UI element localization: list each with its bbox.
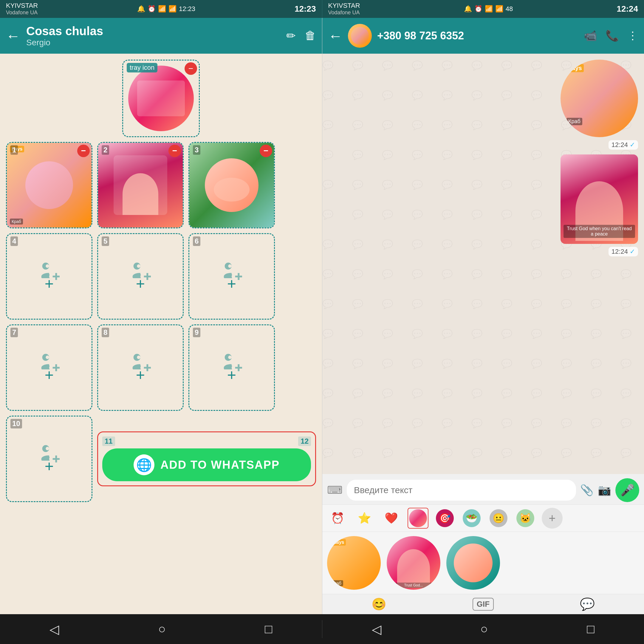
remove-button-2[interactable]: − bbox=[168, 145, 181, 157]
message-input[interactable] bbox=[347, 480, 576, 501]
status-bar-right: KYIVSTAR Vodafone UA 🔔 ⏰ 📶 📶 48 12:24 bbox=[322, 0, 644, 18]
sticker-cell-2[interactable]: 2 − bbox=[97, 142, 184, 228]
back-nav-button-left[interactable]: ◁ bbox=[49, 622, 59, 637]
add-placeholder-10: + bbox=[7, 417, 92, 501]
video-call-icon[interactable]: 📹 bbox=[584, 30, 597, 42]
home-nav-button-right[interactable]: ○ bbox=[480, 622, 488, 636]
recents-nav-button-left[interactable]: □ bbox=[265, 622, 272, 636]
sticker-cell-5[interactable]: 5 + bbox=[97, 233, 184, 320]
received-stickers-top: Lays Краб 12:24 ✓ bbox=[561, 60, 638, 150]
add-placeholder-4: + bbox=[7, 234, 92, 319]
status-icons-left: 🔔 ⏰ 📶 📶 12:23 bbox=[137, 5, 195, 13]
tray-sticker-2[interactable]: Trust God... bbox=[387, 536, 440, 590]
sticker-cell-7[interactable]: 7 + bbox=[6, 324, 92, 411]
cell-number-4: 4 bbox=[10, 236, 18, 246]
tray-sticker-cell[interactable]: tray icon − bbox=[122, 60, 200, 137]
battery-left: 12:23 bbox=[179, 5, 195, 13]
tray-sticker-row: tray icon − bbox=[6, 60, 316, 137]
back-button-left[interactable]: ← bbox=[6, 28, 20, 44]
back-button-right[interactable]: ← bbox=[328, 28, 343, 44]
back-nav-button-right[interactable]: ◁ bbox=[372, 622, 381, 637]
gif-button[interactable]: GIF bbox=[473, 598, 494, 611]
tray-sticker-3[interactable] bbox=[446, 536, 500, 590]
notification-icon-right: 🔔 bbox=[464, 5, 472, 13]
add-whatsapp-label: ADD TO WHATSAPP bbox=[160, 459, 280, 471]
avatar-image bbox=[348, 24, 372, 48]
cell-number-5: 5 bbox=[102, 236, 109, 246]
sticker-row-4: 10 + 11 12 🌐 ADD TO WHATSAPP bbox=[6, 416, 316, 502]
picker-pack-4-tab[interactable]: 😐 bbox=[488, 508, 509, 529]
sticker-cell-10[interactable]: 10 + bbox=[6, 416, 92, 502]
picker-heart-icon[interactable]: ❤️ bbox=[381, 508, 402, 529]
sticker-tray: Lays Краб Trust God... bbox=[322, 532, 644, 594]
sticker-cell-1[interactable]: 1 − Lays Краб bbox=[6, 142, 92, 228]
phone-call-icon[interactable]: 📞 bbox=[606, 30, 619, 42]
nav-bar-right: ◁ ○ □ bbox=[322, 622, 644, 637]
wifi-icon-right: 📶 bbox=[485, 5, 493, 13]
remove-tray-button[interactable]: − bbox=[185, 62, 197, 75]
right-header-actions: 📹 📞 ⋮ bbox=[584, 30, 638, 42]
left-panel: ← Cosas chulas Sergio ✏ 🗑 tray icon − bbox=[0, 18, 322, 614]
pack-title: Cosas chulas bbox=[26, 24, 280, 38]
tray-sticker-1[interactable]: Lays Краб bbox=[327, 536, 381, 590]
picker-star-icon[interactable]: ⭐ bbox=[354, 508, 375, 529]
sticker-cell-8[interactable]: 8 + bbox=[97, 324, 184, 411]
sticker-cell-3[interactable]: 3 − bbox=[188, 142, 275, 228]
tick-1: ✓ bbox=[630, 141, 635, 148]
battery-right: 48 bbox=[506, 5, 513, 13]
picker-add-pack[interactable]: + bbox=[542, 508, 563, 529]
picker-pack-1-tab[interactable] bbox=[408, 508, 428, 529]
status-bar-left: KYIVSTAR Vodafone UA 🔔 ⏰ 📶 📶 12:23 12:23 bbox=[0, 0, 322, 18]
carrier-right: KYIVSTAR Vodafone UA bbox=[328, 2, 360, 16]
whatsapp-globe-icon: 🌐 bbox=[134, 454, 154, 475]
notification-icon-left: 🔔 bbox=[137, 5, 145, 13]
delete-icon[interactable]: 🗑 bbox=[305, 29, 316, 42]
picker-pack-2-tab[interactable]: 🎯 bbox=[434, 508, 455, 529]
signal-icon-right: 📶 bbox=[495, 5, 503, 13]
main-content: ← Cosas chulas Sergio ✏ 🗑 tray icon − bbox=[0, 18, 644, 614]
carrier-left: KYIVSTAR Vodafone UA bbox=[6, 2, 38, 16]
picker-pack-5-tab[interactable]: 🐱 bbox=[515, 508, 536, 529]
time-left: 12:23 bbox=[295, 4, 316, 14]
cell-number-12: 12 bbox=[298, 436, 311, 446]
msg-time-1: 12:24 ✓ bbox=[609, 140, 638, 150]
add-placeholder-5: + bbox=[98, 234, 183, 319]
edit-icon[interactable]: ✏ bbox=[286, 29, 296, 42]
cell-number-8: 8 bbox=[102, 328, 109, 337]
camera-icon[interactable]: 📷 bbox=[598, 484, 611, 496]
recents-nav-button-right[interactable]: □ bbox=[587, 622, 595, 636]
cell-number-7: 7 bbox=[10, 328, 18, 337]
attach-icon[interactable]: 📎 bbox=[580, 484, 594, 496]
add-placeholder-6: + bbox=[189, 234, 274, 319]
contact-avatar[interactable] bbox=[348, 24, 372, 48]
picker-recent-icon[interactable]: ⏰ bbox=[327, 508, 348, 529]
picker-pack-3-tab[interactable]: 🥗 bbox=[461, 508, 482, 529]
sticker-cell-4[interactable]: 4 + bbox=[6, 233, 92, 320]
right-header: ← +380 98 725 6352 📹 📞 ⋮ bbox=[322, 18, 644, 54]
home-nav-button-left[interactable]: ○ bbox=[158, 622, 165, 636]
nav-bar-left: ◁ ○ □ bbox=[0, 622, 322, 637]
sticker-icon[interactable]: 💬 bbox=[580, 597, 595, 611]
add-whatsapp-container: 11 12 🌐 ADD TO WHATSAPP bbox=[97, 431, 316, 486]
remove-button-1[interactable]: − bbox=[77, 145, 90, 157]
sticker-grid-area: tray icon − 1 − Lays Краб bbox=[0, 54, 322, 614]
sticker-row-1: 1 − Lays Краб 2 − bbox=[6, 142, 316, 228]
keyboard-icon[interactable]: ⌨ bbox=[327, 484, 343, 496]
sticker-row-3: 7 + 8 + 9 + bbox=[6, 324, 316, 411]
cell-number-1: 1 bbox=[10, 145, 18, 155]
tick-2: ✓ bbox=[630, 248, 635, 255]
add-placeholder-9: + bbox=[189, 325, 274, 410]
time-right: 12:24 bbox=[617, 4, 638, 14]
left-header: ← Cosas chulas Sergio ✏ 🗑 bbox=[0, 18, 322, 54]
pack-subtitle: Sergio bbox=[26, 38, 280, 47]
emoji-icon[interactable]: 😊 bbox=[371, 597, 386, 611]
contact-name[interactable]: +380 98 725 6352 bbox=[377, 30, 578, 42]
status-icons-right: 🔔 ⏰ 📶 📶 48 bbox=[464, 5, 513, 13]
bottom-bar: 😊 GIF 💬 bbox=[322, 594, 644, 614]
add-to-whatsapp-button[interactable]: 🌐 ADD TO WHATSAPP bbox=[102, 448, 311, 481]
sticker-cell-6[interactable]: 6 + bbox=[188, 233, 275, 320]
voice-button[interactable]: 🎤 bbox=[615, 478, 639, 502]
menu-icon[interactable]: ⋮ bbox=[627, 30, 638, 42]
remove-button-3[interactable]: − bbox=[260, 145, 272, 157]
sticker-cell-9[interactable]: 9 + bbox=[188, 324, 275, 411]
